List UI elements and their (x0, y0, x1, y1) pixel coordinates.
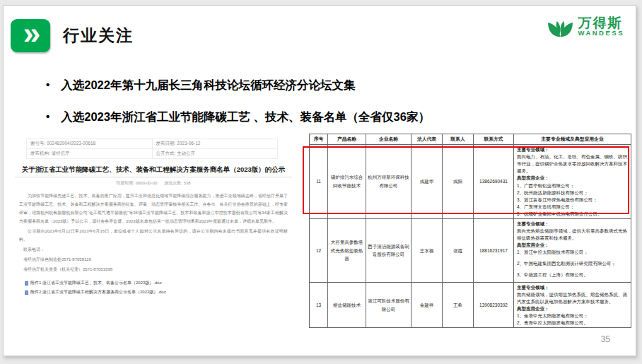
domain-label: 主要专业领域： (517, 221, 628, 228)
app-line: 1、浙江中控太阳能技术有限公司； (517, 249, 628, 256)
double-chevron-icon: » (11, 19, 50, 52)
app-line: 3、中能源工程（上海）有限公司。 (517, 271, 628, 278)
attachment-link-1[interactable]: 附件1.浙江省工业节能降碳工艺、技术、装备公示名单（2023版）.doc (25, 280, 292, 286)
cell-legal-rep: 王水福 (412, 218, 443, 282)
app-line: 2、青海中控太阳能发电有限公司。 (517, 319, 628, 327)
announcement-meta-table: 索引号: 002482904/2023-00618 发布日期: 2023-06-… (26, 139, 278, 159)
contact-line-1: 省经信厅绿色制造处0571-87058126 (19, 255, 288, 264)
cell-no: 13 (310, 282, 328, 327)
attachment-link-2[interactable]: 附件2.浙江省工业节能降碳工程解决方案服务商公示名单（2023版）.doc (25, 289, 292, 295)
app-line: 2、中国电建集团西北勘测设计研究院有限公司； (517, 260, 628, 267)
col-header-contact: 联系人 (443, 134, 474, 145)
meta-index: 索引号: 002482904/2023-00618 (27, 139, 153, 149)
cell-phone: 13908230392 (474, 282, 514, 327)
col-header-no: 序号 (310, 134, 328, 145)
contact-line-2: 省经信厅机关党委（机关纪委）0571-87053338 (19, 265, 288, 274)
cell-product: 熔盐储能技术 (328, 282, 366, 327)
bullet-item-1: • 入选2022年第十九届长三角科技论坛循环经济分论坛文集 (46, 78, 541, 93)
doc-file-icon (25, 290, 28, 295)
domain-label: 主要专业领域： (517, 146, 628, 153)
attachment-list: 附件1.浙江省工业节能降碳工艺、技术、装备公示名单（2023版）.doc 附件2… (25, 280, 292, 295)
domain-text: 面向光热熔盐储能等领域，提供大容量高参数塔式光热熔盐吸热器装置和技术服务。 (517, 228, 628, 242)
domain-label: 主要专业领域： (517, 284, 628, 291)
table-row: 11 锅炉排污水综合回收节能技术 杭州万得斯环保科技有限公司 戎建华 戎阳 13… (310, 145, 631, 219)
cell-phone: 13862690431 (474, 145, 514, 219)
cell-product: 大容量高参数塔式光热熔盐吸热器 (328, 218, 366, 282)
divider (15, 177, 292, 177)
cell-contact: 张霞 (443, 218, 474, 282)
wandess-plant-icon (547, 15, 573, 38)
bullet-text: 入选2023年浙江省工业节能降碳工艺 、技术、装备名单（全省仅36家） (61, 110, 430, 125)
bullet-item-2: • 入选2023年浙江省工业节能降碳工艺 、技术、装备名单（全省仅36家） (46, 110, 541, 125)
cell-domain: 主要专业领域： 面向电力、石油、化工、造纸、有色金属、钢铁、纺织等行业，提供锅炉… (514, 145, 631, 219)
table-header-row: 序号 产品名称 企业名称 法人代表 联系人 联系方式 主要专业领域及典型应用企业 (310, 134, 631, 145)
bullet-text: 入选2022年第十九届长三角科技论坛循环经济分论坛文集 (61, 78, 355, 93)
announcement-title: 关于浙江省工业节能降碳工艺、技术、装备和工程解决方案服务商名单（2023版）的公… (15, 164, 292, 175)
attachment-text: 附件1.浙江省工业节能降碳工艺、技术、装备公示名单（2023版）.doc (30, 280, 162, 286)
announcement-paragraph: 公示期自2023年6月12日至2023年6月16日，单位或者个人如对公示名单持有… (19, 227, 288, 244)
col-header-company: 企业名称 (366, 134, 412, 145)
cell-company: 杭州万得斯环保科技有限公司 (366, 145, 412, 219)
col-header-phone: 联系方式 (474, 134, 514, 145)
logo-name-en: WANDESS (578, 30, 624, 37)
bullet-dot: • (46, 110, 49, 122)
meta-agency: 发布机构: 省经信厅 (27, 149, 153, 159)
domain-text: 面向电力、石油、化工、造纸、有色金属、钢铁、纺织等行业，提供锅炉余热废水零排放回… (517, 153, 628, 175)
col-header-product: 产品名称 (328, 134, 366, 145)
registry-table: 序号 产品名称 企业名称 法人代表 联系人 联系方式 主要专业领域及典型应用企业… (309, 134, 631, 328)
cell-company: 浙江可胜技术股份有限公司 (366, 282, 412, 327)
app-line: 4、广东理文造纸有限公司； (517, 204, 628, 211)
apps-label: 典型应用企业： (517, 242, 628, 249)
cell-contact: 戎阳 (443, 145, 474, 219)
col-header-domain: 主要专业领域及典型应用企业 (514, 134, 631, 145)
company-logo: 万得斯 WANDESS (547, 15, 624, 38)
bullet-dot: • (46, 78, 49, 90)
col-header-legal-rep: 法人代表 (412, 134, 443, 145)
table-row: 13 熔盐储能技术 浙江可胜技术股份有限公司 金建祥 王希 1390823039… (310, 282, 631, 327)
table-row: 12 大容量高参数塔式光热熔盐吸热器 西子清洁能源装备制造股份有限公司 王水福 … (310, 218, 631, 282)
cell-legal-rep: 戎建华 (412, 145, 443, 219)
doc-file-icon (25, 281, 28, 286)
chevron-glyph: » (23, 19, 37, 47)
cell-phone: 18816231917 (474, 218, 514, 282)
cell-no: 11 (310, 145, 328, 219)
cell-product: 锅炉排污水综合回收节能技术 (328, 145, 366, 219)
contact-label: 联系电话： (19, 245, 288, 254)
cell-domain: 主要专业领域： 面向光热熔盐储能等领域，提供大容量高参数塔式光热熔盐吸热器装置和… (514, 218, 631, 282)
announcement-body: 为加快节能降碳先进工艺、技术、装备的推广应用，提升工业和信息化领域节能降碳综合服… (15, 192, 292, 274)
app-line: 3、浙江富春江环保热电股份有限公司； (517, 196, 628, 204)
app-line: 1、广西华银铝业有限公司； (517, 182, 628, 189)
bullet-list: • 入选2022年第十九届长三角科技论坛循环经济分论坛文集 • 入选2023年浙… (46, 78, 541, 141)
cell-company: 西子清洁能源装备制造股份有限公司 (366, 218, 412, 282)
cell-no: 12 (310, 218, 328, 282)
page-title: 行业关注 (63, 25, 134, 47)
announcement-stats: 印发时间: 0000-00-00 浏览次数: 538 (15, 180, 292, 187)
app-line: 2、抚州能达新能源科技有限公司； (517, 189, 628, 196)
apps-label: 典型应用企业： (517, 175, 628, 182)
cell-legal-rep: 金建祥 (412, 282, 443, 327)
announcement-document: 索引号: 002482904/2023-00618 发布日期: 2023-06-… (15, 139, 292, 298)
app-line: 1、金塔中光太阳能发电有限公司； (517, 312, 628, 319)
meta-publicity: 公开方式: 主动公开 (152, 149, 278, 159)
attachment-text: 附件2.浙江省工业节能降碳工程解决方案服务商公示名单（2023版）.doc (30, 289, 166, 295)
apps-label: 典型应用企业： (517, 305, 628, 312)
cell-domain: 主要专业领域： 面向储能领域，提供熔盐加热系统、熔盐储热系统、蒸汽发生系统以及电… (514, 282, 631, 327)
announcement-paragraph: 为加快节能降碳先进工艺、技术、装备的推广应用，提升工业和信息化领域节能降碳综合服… (19, 192, 288, 225)
page-number: 35 (601, 334, 610, 344)
domain-text: 面向储能领域，提供熔盐加热系统、熔盐储热系统、蒸汽发生系统以及电加热器解决方案和… (517, 291, 628, 305)
slide-canvas: » 行业关注 万得斯 WANDESS • 入选2022年第十九届长三角科技论坛循… (3, 5, 636, 356)
meta-publish-date: 发布日期: 2023-06-12 (152, 139, 278, 149)
logo-text: 万得斯 WANDESS (578, 16, 624, 37)
logo-name-cn: 万得斯 (578, 16, 624, 30)
cell-contact: 王希 (443, 282, 474, 327)
app-line: 5、抚顺矿业集团中机热电有限责任公司。 (517, 211, 628, 218)
